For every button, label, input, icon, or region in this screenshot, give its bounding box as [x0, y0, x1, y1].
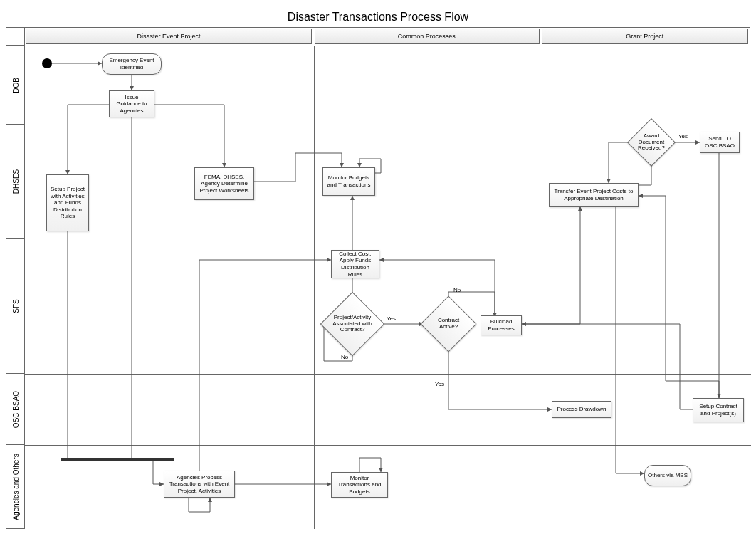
node-collect-cost: Collect Cost, Apply Funds Distribution R… — [331, 250, 379, 278]
column-header: Disaster Event Project — [26, 29, 312, 44]
swimlane-body: Emergency Event Identified Issue Guidanc… — [25, 46, 751, 529]
node-monitor-trans: Monitor Transactions and Budgets — [331, 472, 388, 498]
column-header: Grant Project — [542, 29, 748, 44]
row-labels: DOB DHSES SFS OSC BSAO Agencies and Othe… — [6, 46, 25, 529]
connectors — [25, 46, 751, 529]
node-others-mbs: Others via MBS — [644, 465, 691, 486]
node-process-drawdown: Process Drawdown — [552, 401, 611, 418]
diagram-frame: Disaster Transactions Process Flow Disas… — [6, 6, 750, 528]
node-transfer-costs: Transfer Event Project Costs to Appropri… — [549, 183, 639, 207]
label-no: No — [453, 287, 461, 293]
row-label: DHSES — [11, 169, 19, 193]
node-fema-dhses: FEMA, DHSES, Agency Determine Project Wo… — [194, 167, 254, 200]
node-setup-contract: Setup Contract and Project(s) — [693, 398, 744, 422]
node-issue-guidance: Issue Guidance to Agencies — [109, 90, 154, 117]
column-header: Common Processes — [315, 29, 539, 44]
node-setup-project: Setup Project with Activities and Funds … — [46, 174, 89, 231]
label-no: No — [341, 354, 348, 360]
row-label: SFS — [11, 299, 19, 313]
node-monitor-budgets: Monitor Budgets and Transactions — [322, 167, 375, 196]
row-label: OSC BSAO — [11, 390, 19, 427]
parallel-bar — [61, 458, 174, 461]
node-agencies-process: Agencies Process Transactions with Event… — [164, 471, 235, 498]
node-bulkload: Bulkload Processes — [481, 315, 522, 335]
row-label: Agencies and Others — [11, 454, 19, 520]
label-yes: Yes — [435, 381, 444, 387]
row-label: DOB — [11, 78, 19, 93]
node-send-to-osc: Send TO OSC BSAO — [700, 132, 740, 153]
start-node — [42, 58, 52, 68]
label-yes: Yes — [678, 133, 688, 140]
diagram-title: Disaster Transactions Process Flow — [6, 6, 750, 28]
label-yes: Yes — [387, 315, 396, 322]
column-headers: Disaster Event Project Common Processes … — [6, 28, 750, 46]
node-emergency-event: Emergency Event Identified — [102, 53, 162, 75]
